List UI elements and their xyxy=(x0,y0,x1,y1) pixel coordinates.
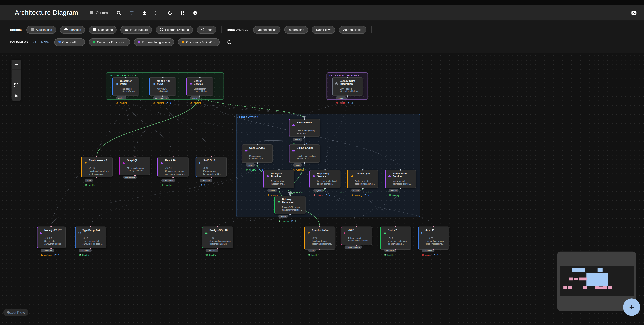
node-elasticsearch-8[interactable]: Elasticsearch 8v8.14.0Distributed search… xyxy=(81,157,112,177)
reset-layout-button[interactable] xyxy=(166,9,174,17)
connection-handle[interactable] xyxy=(96,156,97,157)
boundary-filter-external-integrations[interactable]: External Integrations xyxy=(134,38,174,46)
node-primary-database[interactable]: Primary DatabasePostgreSQL cluster handl… xyxy=(274,196,306,214)
node-customer-portal[interactable]: Customer PortalReact-based customer-faci… xyxy=(112,77,139,96)
node-typescript-5-4[interactable]: TypeScript 5.4v5.4.5Typed superset of Ja… xyxy=(75,226,106,248)
flag-count: 2 xyxy=(329,194,330,197)
connection-handle[interactable] xyxy=(319,249,320,250)
status-label: critical xyxy=(317,194,323,197)
entity-filter-tech[interactable]: Tech xyxy=(196,26,217,34)
node-react-18[interactable]: React 18v18.3.1UI library for building c… xyxy=(157,157,188,177)
connection-handle[interactable] xyxy=(356,244,357,246)
lock-icon xyxy=(14,93,18,98)
connection-handle[interactable] xyxy=(433,226,434,227)
connection-handle[interactable] xyxy=(319,226,320,227)
node-postgresql-16[interactable]: PostgreSQL 16v16.3Advanced open-source r… xyxy=(202,226,233,248)
warning-icon xyxy=(351,194,354,197)
relationship-filter-authentication[interactable]: Authentication xyxy=(339,26,366,34)
connection-handle[interactable] xyxy=(96,177,97,178)
node-user-service[interactable]: User ServiceMicroservice managing user a… xyxy=(242,144,273,163)
node-graphql[interactable]: GraphQLAPI query language used by Custom… xyxy=(119,157,150,175)
connection-handle[interactable] xyxy=(356,226,357,227)
connection-handle[interactable] xyxy=(90,248,91,249)
cloud-icon xyxy=(312,175,316,178)
relationship-filter-data-flows[interactable]: Data Flows xyxy=(312,26,335,34)
entity-filter-databases[interactable]: Databases xyxy=(89,26,117,34)
node-title: Elasticsearch 8 xyxy=(89,159,107,162)
relationship-filter-integrations[interactable]: Integrations xyxy=(284,26,308,34)
reactflow-attribution[interactable]: React Flow xyxy=(3,309,28,316)
relationship-filter-dependencies[interactable]: Dependencies xyxy=(253,26,280,34)
boundary-filter-core-platform[interactable]: Core Platform xyxy=(54,38,85,46)
pill-label: Databases xyxy=(98,28,113,32)
boundary-filter-customer-experience[interactable]: Customer Experience xyxy=(89,38,130,46)
minimap[interactable] xyxy=(558,252,636,311)
node-redis-7[interactable]: Redis 7v7.2.5In-memory data store for ca… xyxy=(380,226,412,249)
entity-filter-applications[interactable]: Applications xyxy=(26,26,56,34)
info-button[interactable] xyxy=(192,9,199,17)
node-apache-kafka[interactable]: Apache Kafkav3.7.0Distributed event stre… xyxy=(304,226,336,249)
node-legacy-crm-integration[interactable]: Legacy CRM IntegrationSOAP-based integra… xyxy=(332,77,363,96)
node-analytics-pipeline[interactable]: Analytics PipelineReal-time data ingesti… xyxy=(263,170,294,188)
pill-label: Services xyxy=(69,28,81,32)
zoom-out-button[interactable] xyxy=(12,70,21,80)
connection-handle[interactable] xyxy=(217,226,218,227)
cloud-icon xyxy=(292,121,295,128)
router-icon xyxy=(350,172,353,179)
fit-screen-button[interactable] xyxy=(154,9,161,17)
node-notification-service[interactable]: Notification ServiceMulti-channel notifi… xyxy=(385,170,416,188)
code-icon xyxy=(199,162,202,165)
node-aws[interactable]: AWSPrimary cloud infrastructure provider… xyxy=(340,226,372,245)
node-version: v5.4.5 xyxy=(82,236,104,239)
download-button[interactable] xyxy=(140,9,148,17)
node-api-gateway[interactable]: API GatewayCentral API gateway handling … xyxy=(289,119,320,137)
grid-icon xyxy=(152,82,155,85)
node-description: Microservice managing user accounts, pro… xyxy=(249,154,270,160)
puzzle-icon xyxy=(122,159,125,166)
boundary-filter-operations-devops[interactable]: Operations & DevOps xyxy=(178,38,220,46)
node-java-11[interactable]: Java 11v11.0.23Legacy Java runtime used … xyxy=(418,226,449,249)
search-button[interactable] xyxy=(115,9,123,17)
lock-button[interactable] xyxy=(12,90,21,101)
node-node-js-20-lts[interactable]: Node.js 20 LTSv20.15.0Server-side JavaSc… xyxy=(36,226,66,248)
node-title: Swift 5.10 xyxy=(203,159,215,162)
connection-handle[interactable] xyxy=(50,226,52,227)
node-reporting-service[interactable]: Reporting ServiceGenerates scheduled and… xyxy=(309,170,340,188)
cloud-icon xyxy=(388,172,391,179)
node-cache-layer[interactable]: Cache LayerRedis cluster for session man… xyxy=(347,170,378,188)
connection-handle[interactable] xyxy=(395,249,396,250)
warning-icon xyxy=(41,254,43,256)
entity-filter-services[interactable]: Services xyxy=(60,26,85,34)
refresh-boundaries-button[interactable] xyxy=(226,38,233,46)
connection-handle[interactable] xyxy=(395,226,396,227)
entity-filter-external-systems[interactable]: External Systems xyxy=(156,26,193,34)
boundaries-all-link[interactable]: All xyxy=(32,40,36,44)
status-label: warning xyxy=(355,194,362,197)
add-node-button[interactable]: + xyxy=(623,298,640,316)
filter-button[interactable] xyxy=(128,9,136,17)
app-header: Architecture Diagram Custom xyxy=(0,5,644,21)
cloud-icon xyxy=(292,124,295,127)
warning-icon xyxy=(153,101,156,104)
panels-button[interactable] xyxy=(179,9,186,17)
healthy-icon xyxy=(278,220,281,222)
node-search-service[interactable]: Search ServiceElasticsearch-powered full… xyxy=(186,77,213,96)
node-version: v20.15.0 xyxy=(44,236,63,239)
node-title: Legacy CRM Integration xyxy=(340,79,360,85)
boundary-color-dot xyxy=(58,41,61,43)
zoom-in-button[interactable] xyxy=(12,60,21,70)
node-description: Elasticsearch-powered full-text search a… xyxy=(194,87,211,93)
healthy-icon xyxy=(162,184,164,187)
connection-handle[interactable] xyxy=(90,226,91,227)
fit-view-button[interactable] xyxy=(12,80,21,90)
boundaries-none-link[interactable]: None xyxy=(41,40,49,44)
activity-icon[interactable] xyxy=(630,9,638,17)
node-mobile-app-ios-[interactable]: Mobile App (iOS)Native iOS application f… xyxy=(149,77,176,96)
healthy-icon xyxy=(278,220,281,223)
layout-selector[interactable]: Custom xyxy=(90,10,108,15)
node-version: v7.2.5 xyxy=(388,236,409,239)
entity-filter-infrastructure[interactable]: Infrastructure xyxy=(120,26,152,34)
node-billing-engine[interactable]: Billing EngineHandles subscription manag… xyxy=(289,144,320,163)
node-swift-5-10[interactable]: Swift 5.10v5.10Programming language for … xyxy=(196,157,227,177)
connection-handle[interactable] xyxy=(433,249,434,250)
